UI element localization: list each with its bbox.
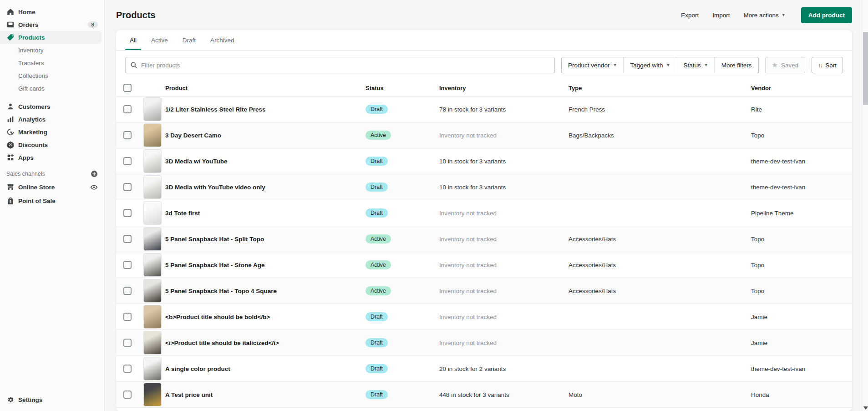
- product-title-link[interactable]: <b>Product title should be bold</b>: [165, 314, 365, 320]
- table-row[interactable]: 3d Tote firstDraftInventory not trackedP…: [116, 200, 852, 226]
- marketing-icon: [6, 128, 15, 136]
- sidebar-item-settings[interactable]: Settings: [0, 393, 104, 406]
- vertical-scrollbar[interactable]: [862, 0, 868, 411]
- filter-status-button[interactable]: Status▼: [677, 57, 715, 73]
- product-title-link[interactable]: 1/2 Liter Stainless Steel Rite Press: [165, 106, 365, 113]
- products-icon: [6, 33, 15, 41]
- filter-segments: Product vendor▼Tagged with▼Status▼More f…: [561, 57, 758, 73]
- sidebar-nav-list: HomeOrders8ProductsInventoryTransfersCol…: [0, 5, 104, 164]
- filter-bar: Product vendor▼Tagged with▼Status▼More f…: [116, 51, 852, 80]
- table-row[interactable]: A single color productDraft20 in stock f…: [116, 356, 852, 382]
- filter-product-vendor-button[interactable]: Product vendor▼: [561, 57, 624, 73]
- filter-more-filters-button[interactable]: More filters: [715, 57, 759, 73]
- import-button[interactable]: Import: [712, 12, 730, 19]
- products-card: AllActiveDraftArchived Product vendor▼Ta…: [116, 30, 852, 411]
- add-product-button[interactable]: Add product: [801, 7, 852, 23]
- inventory-cell: Inventory not tracked: [439, 288, 569, 294]
- row-checkbox[interactable]: [123, 209, 132, 217]
- sidebar-item-marketing[interactable]: Marketing: [0, 126, 104, 138]
- row-checkbox[interactable]: [123, 261, 132, 269]
- product-title-link[interactable]: A Test price unit: [165, 391, 365, 398]
- product-title-link[interactable]: 5 Panel Snapback Hat - Topo 4 Square: [165, 288, 365, 294]
- row-checkbox[interactable]: [123, 131, 132, 139]
- customers-icon: [6, 102, 15, 111]
- row-checkbox[interactable]: [123, 313, 132, 321]
- sidebar-item-customers[interactable]: Customers: [0, 100, 104, 113]
- tab-archived[interactable]: Archived: [203, 30, 242, 50]
- sidebar-item-gift-cards[interactable]: Gift cards: [0, 82, 104, 95]
- discounts-icon: [6, 141, 15, 149]
- filter-products-input[interactable]: [141, 62, 550, 69]
- row-checkbox[interactable]: [123, 157, 132, 165]
- table-row[interactable]: 3 Day Desert CamoActiveInventory not tra…: [116, 122, 852, 148]
- row-checkbox[interactable]: [123, 287, 132, 295]
- sidebar-item-home[interactable]: Home: [0, 5, 104, 18]
- row-checkbox-cell: [123, 183, 143, 191]
- product-title-link[interactable]: 3D Media w/ YouTube: [165, 158, 365, 165]
- inventory-cell: 448 in stock for 3 variants: [439, 391, 569, 398]
- table-row[interactable]: 3D Media w/ YouTubeDraft10 in stock for …: [116, 148, 852, 174]
- row-checkbox-cell: [123, 235, 143, 243]
- product-title-link[interactable]: 5 Panel Snapback Hat - Stone Age: [165, 262, 365, 269]
- table-row[interactable]: <b>Product title should be bold</b>Draft…: [116, 304, 852, 330]
- table-row[interactable]: 5 Panel Snapback Hat - Stone AgeActiveIn…: [116, 252, 852, 278]
- row-checkbox[interactable]: [123, 339, 132, 347]
- sidebar-item-transfers[interactable]: Transfers: [0, 56, 104, 69]
- row-checkbox[interactable]: [123, 391, 132, 399]
- product-title-link[interactable]: A single color product: [165, 365, 365, 372]
- row-checkbox[interactable]: [123, 105, 132, 113]
- tab-all[interactable]: All: [122, 30, 144, 50]
- saved-filters-button[interactable]: ★ Saved: [765, 57, 806, 73]
- vendor-cell: Topo: [751, 262, 852, 269]
- product-title-link[interactable]: 3D Media with YouTube video only: [165, 184, 365, 191]
- scrollbar-thumb[interactable]: [863, 32, 868, 105]
- status-badge: Draft: [365, 157, 388, 166]
- tab-active[interactable]: Active: [144, 30, 175, 50]
- status-cell: Draft: [365, 312, 439, 321]
- tab-draft[interactable]: Draft: [175, 30, 203, 50]
- table-row[interactable]: <i>Product title should be italicized</i…: [116, 330, 852, 356]
- table-row[interactable]: 5 Panel Snapback Hat - Topo 4 SquareActi…: [116, 278, 852, 304]
- sort-button[interactable]: ↑↓ Sort: [812, 57, 843, 73]
- filter-search-box[interactable]: [125, 57, 555, 73]
- filter-tagged-with-button[interactable]: Tagged with▼: [624, 57, 677, 73]
- tab-bar: AllActiveDraftArchived: [116, 30, 852, 51]
- product-title-link[interactable]: 3 Day Desert Camo: [165, 132, 365, 139]
- sidebar-item-collections[interactable]: Collections: [0, 69, 104, 82]
- row-checkbox-cell: [123, 131, 143, 139]
- sidebar-item-inventory[interactable]: Inventory: [0, 44, 104, 56]
- table-row[interactable]: 3D Media with YouTube video onlyDraft10 …: [116, 174, 852, 200]
- sidebar-item-orders[interactable]: Orders8: [0, 18, 104, 31]
- status-badge: Active: [365, 131, 391, 140]
- product-title-link[interactable]: 5 Panel Snapback Hat - Split Topo: [165, 236, 365, 243]
- vendor-cell: Jamie: [751, 314, 852, 320]
- select-all-checkbox[interactable]: [123, 84, 132, 92]
- product-title-link[interactable]: 3d Tote first: [165, 210, 365, 217]
- sidebar-item-point-of-sale[interactable]: $Point of Sale: [0, 194, 104, 208]
- status-badge: Draft: [365, 312, 388, 321]
- chevron-down-icon: ▼: [613, 63, 617, 67]
- scrollbar-down-arrow-icon[interactable]: [863, 406, 868, 410]
- sidebar-item-products[interactable]: Products: [0, 31, 102, 44]
- table-row[interactable]: 1/2 Liter Stainless Steel Rite PressDraf…: [116, 96, 852, 122]
- type-cell: French Press: [569, 106, 751, 113]
- inventory-cell: Inventory not tracked: [439, 132, 569, 139]
- sidebar-item-apps[interactable]: Apps: [0, 151, 104, 164]
- row-checkbox[interactable]: [123, 365, 132, 373]
- sort-label: Sort: [825, 62, 837, 69]
- export-button[interactable]: Export: [681, 12, 699, 19]
- sidebar-item-online-store[interactable]: Online Store: [0, 180, 104, 194]
- sidebar-item-discounts[interactable]: Discounts: [0, 138, 104, 151]
- add-channel-icon[interactable]: [91, 170, 98, 178]
- product-title-link[interactable]: <i>Product title should be italicized</i…: [165, 340, 365, 346]
- more-actions-button[interactable]: More actions ▼: [744, 12, 786, 19]
- status-badge: Draft: [365, 208, 388, 218]
- row-checkbox[interactable]: [123, 183, 132, 191]
- eye-icon[interactable]: [90, 183, 98, 191]
- row-checkbox[interactable]: [123, 235, 132, 243]
- sidebar-item-analytics[interactable]: Analytics: [0, 113, 104, 126]
- row-thumb-cell: [143, 253, 165, 277]
- table-row[interactable]: A Test price unitDraft448 in stock for 3…: [116, 382, 852, 408]
- status-cell: Draft: [365, 364, 439, 373]
- table-row[interactable]: 5 Panel Snapback Hat - Split TopoActiveI…: [116, 226, 852, 252]
